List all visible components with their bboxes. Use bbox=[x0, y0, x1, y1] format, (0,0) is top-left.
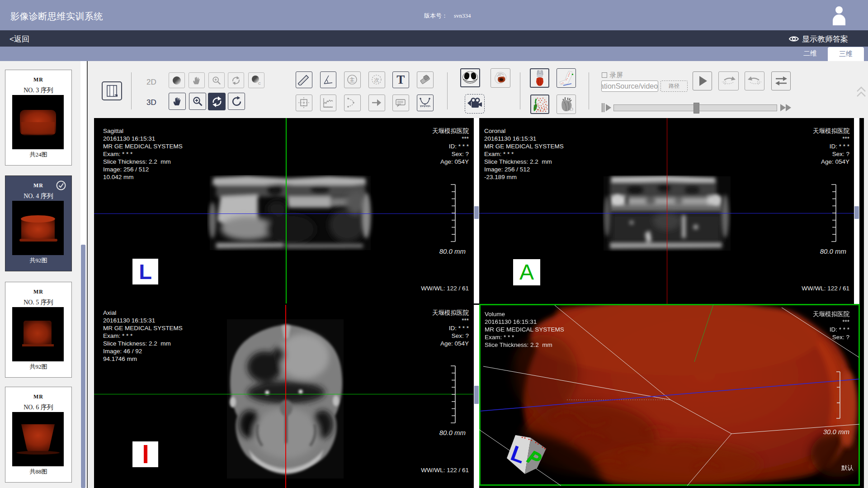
svg-text:D: D bbox=[570, 106, 573, 112]
svg-text:主: 主 bbox=[349, 77, 355, 83]
svg-text:C: C bbox=[258, 81, 261, 85]
svg-text:次: 次 bbox=[374, 77, 379, 83]
